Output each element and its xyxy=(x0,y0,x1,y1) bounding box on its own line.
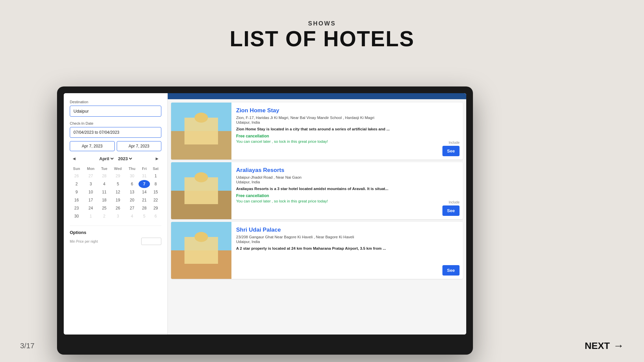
hotel-address: Udaipur-Jhadol Road , Near Nai Gaon xyxy=(236,175,431,179)
cal-year-select[interactable]: 2023 xyxy=(117,156,133,162)
hotel-name[interactable]: Shri Udai Palace xyxy=(236,227,431,233)
cal-day[interactable]: 10 xyxy=(84,188,98,196)
hotel-actions: IncludeSee xyxy=(436,103,463,160)
cal-day[interactable]: 30 xyxy=(125,172,139,180)
options-section: Options Min Price per night xyxy=(70,226,161,245)
hotel-actions: IncludeSee xyxy=(436,162,463,219)
hotel-name[interactable]: Araliayas Resorts xyxy=(236,167,431,174)
options-title: Options xyxy=(70,230,161,235)
cal-day[interactable]: 11 xyxy=(98,188,111,196)
cal-header: ◄ April 2023 ► xyxy=(70,155,161,162)
cal-day[interactable]: 3 xyxy=(110,212,125,220)
hotel-card: Zion Home StayZion, F-17, Haridas Ji Ki … xyxy=(171,103,463,160)
hotel-city: Udaipur, India xyxy=(236,180,431,184)
cal-day[interactable]: 8 xyxy=(150,180,161,188)
laptop-screen: Destination Check-In Date 07/04/2023 to … xyxy=(64,93,466,335)
cal-day[interactable]: 1 xyxy=(84,212,98,220)
page-indicator: 3/17 xyxy=(20,342,35,350)
cal-grid: Sun Mon Tue Wed Thu Fri Sat 262728293031… xyxy=(70,165,161,220)
cal-month-select[interactable]: April xyxy=(98,156,115,162)
cal-day[interactable]: 5 xyxy=(110,180,125,188)
free-cancel-label: Free cancellation xyxy=(236,193,431,198)
hotel-description: A 2 star property is located at 24 km fr… xyxy=(236,246,431,251)
cal-day[interactable]: 26 xyxy=(70,172,84,180)
min-price-row: Min Price per night xyxy=(70,238,161,245)
see-button[interactable]: See xyxy=(442,265,460,276)
laptop-frame: Destination Check-In Date 07/04/2023 to … xyxy=(57,86,473,355)
cal-day[interactable]: 24 xyxy=(84,204,98,212)
cal-day[interactable]: 4 xyxy=(125,212,139,220)
cal-day[interactable]: 31 xyxy=(139,172,150,180)
cal-day[interactable]: 6 xyxy=(150,212,161,220)
cal-day[interactable]: 22 xyxy=(150,196,161,204)
cal-day-fri: Fri xyxy=(139,165,150,172)
right-panel: Zion Home StayZion, F-17, Haridas Ji Ki … xyxy=(168,93,466,335)
cal-day[interactable]: 15 xyxy=(150,188,161,196)
min-price-input[interactable] xyxy=(141,238,161,245)
cal-next-btn[interactable]: ► xyxy=(153,155,161,162)
free-cancel-label: Free cancellation xyxy=(236,134,431,138)
cal-prev-btn[interactable]: ◄ xyxy=(70,155,78,162)
cancel-note: You can cancel later , so lock in this g… xyxy=(236,139,431,143)
cal-day[interactable]: 29 xyxy=(110,172,125,180)
hotel-description: Zion Home Stay is located in a city that… xyxy=(236,126,431,132)
cal-day[interactable]: 28 xyxy=(139,204,150,212)
cal-day-wed: Wed xyxy=(110,165,125,172)
cal-day[interactable]: 7 xyxy=(139,180,150,188)
hotel-card: Araliayas ResortsUdaipur-Jhadol Road , N… xyxy=(171,162,463,219)
cal-day[interactable]: 9 xyxy=(70,188,84,196)
next-arrow-icon: → xyxy=(613,340,624,352)
hotel-actions: See xyxy=(436,222,463,279)
cal-day[interactable]: 14 xyxy=(139,188,150,196)
cal-day[interactable]: 21 xyxy=(139,196,150,204)
see-button[interactable]: See xyxy=(442,146,460,156)
hotel-info: Shri Udai Palace23/208 Gangaur Ghat Near… xyxy=(231,222,436,279)
hotel-image xyxy=(171,222,231,279)
cal-day[interactable]: 25 xyxy=(98,204,111,212)
hotel-image xyxy=(171,103,231,160)
cal-day[interactable]: 2 xyxy=(70,180,84,188)
cal-day-mon: Mon xyxy=(84,165,98,172)
cal-day[interactable]: 28 xyxy=(98,172,111,180)
hotel-description: Araliayas Resorts is a 3 star hotel loca… xyxy=(236,186,431,191)
cal-day[interactable]: 19 xyxy=(110,196,125,204)
cal-day[interactable]: 16 xyxy=(70,196,84,204)
calendar: ◄ April 2023 ► Sun xyxy=(70,155,161,220)
cal-day[interactable]: 12 xyxy=(110,188,125,196)
cal-day[interactable]: 4 xyxy=(98,180,111,188)
cal-day[interactable]: 5 xyxy=(139,212,150,220)
hotel-address: 23/208 Gangaur Ghat Near Bagore Ki Havel… xyxy=(236,235,431,239)
date-from-btn[interactable]: Apr 7, 2023 xyxy=(70,141,115,151)
destination-input[interactable] xyxy=(70,106,161,117)
includes-label: Include xyxy=(449,141,460,144)
cal-day[interactable]: 30 xyxy=(70,212,84,220)
bottom-nav: 3/17 NEXT → xyxy=(20,340,624,352)
cal-day-thu: Thu xyxy=(125,165,139,172)
cal-day[interactable]: 3 xyxy=(84,180,98,188)
next-button[interactable]: NEXT → xyxy=(585,340,624,352)
destination-label: Destination xyxy=(70,100,161,104)
cal-day[interactable]: 6 xyxy=(125,180,139,188)
cal-day[interactable]: 26 xyxy=(110,204,125,212)
hotel-name[interactable]: Zion Home Stay xyxy=(236,107,431,114)
cal-day[interactable]: 18 xyxy=(98,196,111,204)
cal-day[interactable]: 29 xyxy=(150,204,161,212)
right-header-bar xyxy=(168,93,466,99)
includes-label: Include xyxy=(449,200,460,204)
checkin-label: Check-In Date xyxy=(70,121,161,125)
cal-day[interactable]: 2 xyxy=(98,212,111,220)
cal-day[interactable]: 27 xyxy=(125,204,139,212)
cal-day[interactable]: 20 xyxy=(125,196,139,204)
cal-day[interactable]: 13 xyxy=(125,188,139,196)
left-panel: Destination Check-In Date 07/04/2023 to … xyxy=(64,93,168,335)
hotel-city: Udaipur, India xyxy=(236,240,431,244)
cal-day-tue: Tue xyxy=(98,165,111,172)
cal-day[interactable]: 1 xyxy=(150,172,161,180)
cal-day-sun: Sun xyxy=(70,165,84,172)
see-button[interactable]: See xyxy=(442,205,460,216)
hotel-info: Araliayas ResortsUdaipur-Jhadol Road , N… xyxy=(231,162,436,219)
cal-day[interactable]: 27 xyxy=(84,172,98,180)
cal-day[interactable]: 23 xyxy=(70,204,84,212)
date-to-btn[interactable]: Apr 7, 2023 xyxy=(117,141,162,151)
cal-day[interactable]: 17 xyxy=(84,196,98,204)
